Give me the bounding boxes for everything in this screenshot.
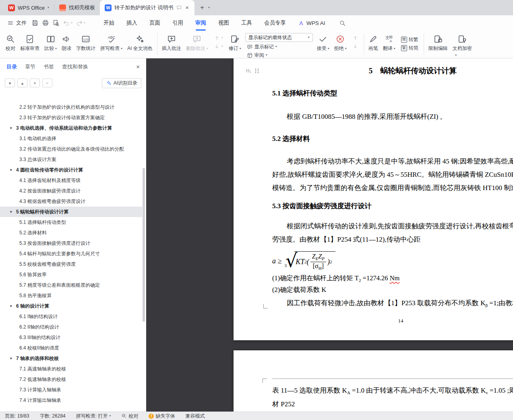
- toc-previous-button[interactable]: ▴: [17, 79, 27, 87]
- menu-tab-view[interactable]: 视图: [212, 15, 235, 31]
- toc-expand-arrow[interactable]: ▾: [10, 168, 12, 172]
- toc-item[interactable]: ▾ 6 轴的设计计算: [0, 301, 142, 311]
- menu-tab-reference[interactable]: 引用: [166, 15, 189, 31]
- compare-button[interactable]: 比较▾: [42, 33, 59, 54]
- ribbon-collapse-button[interactable]: ▾: [455, 53, 457, 57]
- show-markup-button[interactable]: 显示标记 ▾: [245, 43, 313, 50]
- menu-tab-review[interactable]: 审阅: [189, 15, 212, 31]
- markup-state-combobox[interactable]: 显示标记的最终状态 ▾: [245, 33, 313, 42]
- toc-item[interactable]: ▾ 7 轴承的选择和校核: [0, 353, 142, 364]
- toc-item[interactable]: ▾ 7.2 低速轴轴承的校核: [0, 374, 142, 385]
- document-page-14[interactable]: 5 蜗轮蜗杆传动设计计算 5.1 选择蜗杆传动类型 根据 GB/T10085—1…: [234, 58, 513, 340]
- toc-collapse-all-button[interactable]: −: [42, 79, 52, 87]
- search-button[interactable]: [337, 17, 348, 29]
- toc-item[interactable]: ▾ 4.3 根据齿根弯曲疲劳强度设计: [0, 196, 142, 207]
- menu-tab-page[interactable]: 页面: [143, 15, 166, 31]
- toc-item[interactable]: ▾ 5 蜗轮蜗杆传动设计计算: [0, 207, 142, 217]
- document-page-15[interactable]: 表 11—5 选取使用系数 KA =1.0 由于转速不高,冲击不大,可取动载系数…: [234, 350, 513, 412]
- review-pane-button[interactable]: 审阅 ▾: [245, 52, 313, 59]
- status-page-indicator[interactable]: 页面: 19/83: [5, 413, 29, 420]
- toc-expand-arrow[interactable]: ▾: [10, 210, 12, 214]
- toc-item[interactable]: ▾ 5.5 校核齿根弯曲疲劳强度: [0, 259, 142, 269]
- status-missing-font[interactable]: ! 缺失字体: [149, 413, 175, 420]
- ai-polish-button[interactable]: AI 全文润色: [125, 33, 155, 54]
- next-change-button[interactable]: [351, 43, 360, 50]
- toc-item[interactable]: ▾ 4.2 按齿面接触疲劳强度设计: [0, 186, 142, 196]
- heading-level-handle[interactable]: H₁: [246, 68, 251, 74]
- toc-item[interactable]: ▾ 6.2 II轴的结构设计: [0, 322, 142, 332]
- docer-template-tab[interactable]: 找稻壳模板: [54, 0, 100, 15]
- insert-comment-button[interactable]: 插入批注: [159, 33, 184, 54]
- track-changes-button[interactable]: 修订▾: [226, 33, 244, 54]
- document-tab[interactable]: W 转子加热炉的设计 说明书 ×: [100, 0, 194, 15]
- file-menu-button[interactable]: 文件: [4, 17, 30, 29]
- drag-handle-icon[interactable]: [254, 68, 259, 74]
- toc-item[interactable]: ▾ 6.3 III轴的结构设计: [0, 332, 142, 343]
- toc-item[interactable]: ▾ 7.1 高速轴轴承的校核: [0, 364, 142, 374]
- toc-item[interactable]: ▾ 5.7 精度等级公差和表面粗糙度的确定: [0, 280, 142, 290]
- menu-tab-membership[interactable]: 会员专享: [258, 15, 292, 31]
- toc-item[interactable]: ▾ 2.3 转子加热炉的设计传动装置方案确定: [0, 112, 142, 123]
- tab-list-button[interactable]: ▾: [208, 6, 210, 9]
- toc-item[interactable]: ▾ 3 电动机选择、传动系统运动和动力参数计算: [0, 123, 142, 133]
- toc-expand-all-button[interactable]: +: [30, 79, 40, 87]
- toc-expand-arrow[interactable]: ▾: [10, 356, 12, 360]
- toc-item[interactable]: ▾ 3.1 电动机的选择: [0, 133, 142, 144]
- standard-audit-button[interactable]: 标准审查: [18, 33, 42, 54]
- delete-comment-button[interactable]: 删除批注▾: [184, 33, 211, 54]
- status-compat-mode[interactable]: 兼容模式: [185, 413, 205, 420]
- spell-check-button[interactable]: 拼写检查▾: [98, 33, 125, 54]
- close-tab-button[interactable]: ×: [185, 4, 190, 11]
- status-proofread-button[interactable]: 校对: [121, 413, 138, 420]
- translate-button[interactable]: 翻译▾: [381, 33, 398, 54]
- sidebar-scrollbar[interactable]: [143, 168, 145, 322]
- to-traditional-button[interactable]: 简 转繁: [399, 36, 420, 43]
- menu-tab-wps-ai[interactable]: WPS AI: [292, 15, 331, 31]
- previous-change-button[interactable]: [351, 34, 360, 41]
- pane-tab-find-replace[interactable]: 查找和替换: [62, 63, 88, 70]
- toc-item[interactable]: ▾ 7.4 计算输出轴轴承: [0, 395, 142, 406]
- status-word-count[interactable]: 字数: 26284: [40, 413, 66, 420]
- previous-comment-button[interactable]: ▾: [212, 34, 225, 41]
- toc-item[interactable]: ▾ 5.3 按齿面接触疲劳强度进行设计: [0, 238, 142, 248]
- pane-tab-bookmarks[interactable]: 书签: [43, 63, 54, 70]
- proofread-button[interactable]: 校对: [3, 33, 18, 54]
- to-simplified-button[interactable]: 繁 转简: [399, 44, 420, 52]
- pane-tab-contents[interactable]: 目录: [6, 63, 17, 70]
- wps-office-tab[interactable]: W WPS Office ▾: [3, 0, 54, 15]
- toc-item[interactable]: ▾ 4.1 选择齿轮材料及精度等级: [0, 175, 142, 186]
- toc-item[interactable]: ▾ 2.2 转子加热炉的设计执行机构的选型与设计: [0, 102, 142, 112]
- word-count-button[interactable]: 字数统计: [74, 33, 98, 54]
- print-button[interactable]: [40, 18, 51, 28]
- read-aloud-button[interactable]: 朗读: [59, 33, 74, 54]
- toc-item[interactable]: ▾ 6.4 校核II轴的强度: [0, 343, 142, 353]
- accept-button[interactable]: 接受▾: [314, 33, 332, 54]
- print-preview-button[interactable]: [51, 18, 61, 28]
- next-comment-button[interactable]: ▾: [212, 43, 225, 50]
- close-pane-button[interactable]: ×: [136, 63, 140, 70]
- toc-item[interactable]: ▾ 7.3 计算输入轴轴承: [0, 385, 142, 395]
- toc-item[interactable]: ▾ 4 圆柱齿轮传动零件的设计计算: [0, 165, 142, 175]
- restrict-editing-button[interactable]: 限制编辑: [426, 33, 450, 54]
- toc-item[interactable]: ▾ 5.1 选择蜗杆传动类型: [0, 217, 142, 228]
- ai-recognize-toc-button[interactable]: AI识别目录: [102, 78, 141, 88]
- menu-tab-insert[interactable]: 插入: [120, 15, 143, 31]
- toc-item[interactable]: ▾ 5.6 验算效率: [0, 269, 142, 280]
- redo-button[interactable]: ▾: [74, 18, 87, 28]
- ink-pen-button[interactable]: 画笔: [366, 33, 381, 54]
- menu-tab-start[interactable]: 开始: [97, 15, 120, 31]
- toc-item[interactable]: ▾ 5.4 蜗杆与蜗轮的主要参数与几何尺寸: [0, 248, 142, 259]
- toc-item[interactable]: ▾ 5.8 热平衡核算: [0, 290, 142, 301]
- toc-expand-arrow[interactable]: ▾: [10, 126, 12, 130]
- new-tab-button[interactable]: +: [197, 2, 207, 13]
- save-button[interactable]: [30, 18, 40, 28]
- toc-item[interactable]: ▾ 3.3 总体设计方案: [0, 154, 142, 165]
- toc-next-button[interactable]: ▾: [5, 79, 15, 87]
- toc-item[interactable]: ▾ 6.1 I轴的结构设计: [0, 311, 142, 322]
- undo-button[interactable]: ▾: [61, 18, 74, 28]
- pane-tab-chapters[interactable]: 章节: [25, 63, 35, 70]
- menu-tab-tools[interactable]: 工具: [235, 15, 258, 31]
- toc-item[interactable]: ▾ 5.2 选择材料: [0, 228, 142, 238]
- encrypt-document-button[interactable]: 文档加密: [450, 33, 474, 54]
- toc-item[interactable]: ▾ 3.2 传动装置总传动比的确定及各级传动比的分配: [0, 144, 142, 154]
